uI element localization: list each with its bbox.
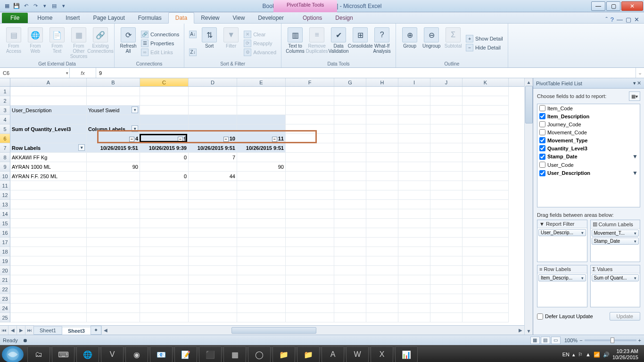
row-header[interactable]: 2 [0,96,10,106]
zoom-out-icon[interactable]: − [579,337,582,343]
dropdown-icon[interactable]: ▾ [132,125,138,132]
ungroup-button[interactable]: ⊖Ungroup [421,25,441,61]
collapse-icon[interactable]: − [178,137,183,142]
next-sheet-icon[interactable]: ▶ [17,326,25,335]
tab-page-layout[interactable]: Page Layout [86,13,131,23]
fx-icon[interactable]: fx [81,70,85,76]
redo-icon[interactable]: ↷ [31,2,40,10]
taskbar-item[interactable]: V [101,346,124,362]
advanced-button[interactable]: ⚙Advanced [243,48,277,57]
excel-icon[interactable]: ▦ [3,2,11,10]
close-button[interactable]: ✕ [621,1,643,11]
row-header[interactable]: 6 [0,134,10,143]
dropdown-icon[interactable]: ▾ [78,144,85,151]
row-header[interactable]: 8 [0,153,10,162]
row-header[interactable]: 3 [0,106,10,115]
save-icon[interactable]: 💾 [12,2,21,10]
qat-icon[interactable]: ▾ [59,2,68,10]
window-restore-icon[interactable]: ▢ [626,16,631,23]
row-header[interactable]: 16 [0,228,10,238]
first-sheet-icon[interactable]: ⏮ [0,326,8,335]
col-header[interactable]: K [462,78,509,86]
pivot-filter-value[interactable]: Yousef Sweid▾ [87,106,140,115]
tab-review[interactable]: Review [194,13,226,23]
row-header[interactable]: 24 [0,304,10,313]
col-header[interactable]: J [430,78,462,86]
sheet-tab[interactable]: Sheet1 [33,326,62,334]
tab-options[interactable]: Options [296,13,329,23]
chevron-down-icon[interactable]: ▾ [66,71,68,75]
filter-dropdown-icon[interactable]: ▾ [132,107,138,113]
collapse-icon[interactable]: − [272,137,277,142]
page-layout-view-icon[interactable]: ▤ [541,337,550,344]
field-item[interactable]: Quantity_Level3 [537,144,640,152]
taskbar-item[interactable]: W [346,346,369,362]
page-break-view-icon[interactable]: ▭ [551,337,561,344]
qat-icon[interactable]: ▾ [41,2,49,10]
pivot-column-labels[interactable]: Column Labels▾ [87,124,140,134]
report-filter-area[interactable]: ▼Report Filter User_Descrip...▾ [537,220,587,262]
field-item[interactable]: Movement_Type [537,136,640,144]
area-item[interactable]: User_Descrip...▾ [538,229,586,236]
area-item[interactable]: Sum of Quant...▾ [592,274,639,281]
refresh-all-button[interactable]: ⟳Refresh All [118,25,138,61]
layout-options-button[interactable]: ▦▾ [629,91,640,101]
taskbar-item[interactable]: 🗂 [27,346,50,362]
row-labels-area[interactable]: ≡Row Labels Item_Descrip...▾ [537,265,587,307]
defer-checkbox[interactable] [537,313,543,320]
field-checkbox[interactable] [539,113,545,119]
sheet-tab-active[interactable]: Sheet3 [62,327,91,335]
field-list[interactable]: Item_Code Item_Description Journey_Code … [537,104,640,207]
filter-icon[interactable]: ▼ [632,170,638,176]
hide-detail-button[interactable]: −Hide Detail [465,43,504,52]
name-box[interactable]: C6▾ [0,68,70,78]
minimize-ribbon-icon[interactable]: ˆ [605,16,607,23]
existing-connections-button[interactable]: 🔗Existing Connections [91,25,110,61]
field-checkbox[interactable] [539,170,545,176]
what-if-button[interactable]: ?What-If Analysis [372,25,392,61]
field-checkbox[interactable] [539,162,545,168]
update-button[interactable]: Update [610,312,640,321]
formula-input[interactable]: 9 [96,68,636,78]
field-checkbox[interactable] [539,129,545,135]
start-button[interactable] [2,346,24,362]
flag-icon[interactable]: ⚐ [578,352,583,358]
taskbar-item[interactable]: 📊 [395,346,418,362]
scroll-down-icon[interactable]: ▼ [525,327,533,335]
pivot-col-group[interactable]: −10 [189,134,237,143]
chevron-down-icon[interactable]: ▾ [581,230,584,235]
col-header[interactable]: H [366,78,398,86]
zoom-slider-thumb[interactable] [611,337,614,343]
from-text-button[interactable]: 📄From Text [47,25,67,61]
pane-dropdown-icon[interactable]: ▾ [633,80,636,86]
row-header[interactable]: 23 [0,294,10,304]
row-header[interactable]: 22 [0,285,10,294]
tab-developer[interactable]: Developer [251,13,290,23]
sort-asc-button[interactable]: A↓ [188,30,198,39]
col-header[interactable]: B [87,78,140,86]
taskbar-item[interactable]: 📁 [272,346,295,362]
taskbar-item[interactable]: A [322,346,344,362]
row-header[interactable]: 13 [0,200,10,209]
field-item[interactable]: Journey_Code [537,120,640,128]
from-access-button[interactable]: ▤From Access [4,25,24,61]
pane-close-icon[interactable]: ✕ [637,80,641,86]
zoom-control[interactable]: 100% − + [564,337,641,343]
chevron-down-icon[interactable]: ▾ [634,239,636,244]
row-header[interactable]: 20 [0,266,10,275]
taskbar-item[interactable]: ◉ [125,346,148,362]
col-header[interactable]: E [237,78,286,86]
field-item[interactable]: Item_Description [537,112,640,120]
connections-button[interactable]: 🔗Connections [140,30,180,39]
field-item[interactable]: Movement_Code [537,128,640,136]
properties-button[interactable]: ☰Properties [140,39,180,48]
collapse-icon[interactable]: − [223,137,229,142]
row-header[interactable]: 10 [0,172,10,181]
clock[interactable]: 10:23 AM10/26/2015 [612,348,638,361]
taskbar-item[interactable]: 🌐 [76,346,99,362]
scroll-up-icon[interactable]: ▲ [525,78,533,86]
minimize-button[interactable]: — [591,1,605,11]
tab-insert[interactable]: Insert [59,13,86,23]
row-header[interactable]: 9 [0,162,10,172]
group-button[interactable]: ⊕Group [400,25,420,61]
